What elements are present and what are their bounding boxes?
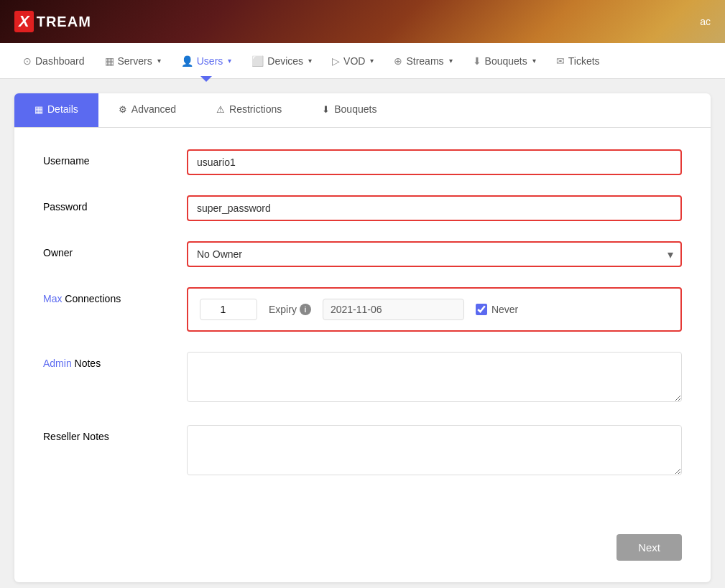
never-checkbox-wrapper: Never	[476, 304, 518, 315]
tab-bouquets-label: Bouquets	[334, 103, 377, 115]
nav-bar: ⊙ Dashboard ▦ Servers ▾ 👤 Users ▾ ⬜ Devi…	[0, 43, 725, 79]
tab-advanced-label: Advanced	[131, 103, 176, 115]
reseller-notes-label: Reseller Notes	[43, 425, 187, 442]
logo-tream-text: TREAM	[37, 14, 91, 30]
advanced-tab-icon: ⚙	[119, 104, 127, 115]
max-connections-box: Expiry i Never	[187, 287, 682, 332]
never-label[interactable]: Never	[491, 304, 518, 315]
owner-select-wrapper: No Owner ▾	[187, 241, 682, 267]
tickets-icon: ✉	[556, 55, 565, 67]
nav-label-devices: Devices	[267, 55, 303, 67]
owner-select[interactable]: No Owner	[187, 241, 682, 267]
tab-restrictions-label: Restrictions	[229, 103, 282, 115]
max-connections-row: Max Connections Expiry i Ne	[43, 287, 682, 332]
chevron-down-icon-vod: ▾	[370, 57, 374, 65]
expiry-label: Expiry i	[269, 304, 311, 315]
restrictions-tab-icon: ⚠	[216, 104, 225, 115]
admin-notes-field	[187, 352, 682, 405]
info-icon: i	[300, 304, 311, 315]
dashboard-icon: ⊙	[23, 55, 32, 67]
servers-icon: ▦	[105, 55, 114, 67]
admin-notes-label: Admin Notes	[43, 352, 187, 369]
next-button[interactable]: Next	[617, 534, 682, 561]
owner-label: Owner	[43, 241, 187, 258]
nav-label-dashboard: Dashboard	[35, 55, 85, 67]
expiry-date-input[interactable]	[323, 299, 464, 320]
nav-label-users: Users	[197, 55, 223, 67]
reseller-notes-row: Reseller Notes	[43, 425, 682, 478]
nav-item-devices[interactable]: ⬜ Devices ▾	[243, 50, 320, 73]
nav-item-dashboard[interactable]: ⊙ Dashboard	[14, 50, 93, 73]
username-row: Username	[43, 149, 682, 175]
nav-label-vod: VOD	[343, 55, 365, 67]
main-content: ▦ Details ⚙ Advanced ⚠ Restrictions ⬇ Bo…	[0, 79, 725, 588]
password-field	[187, 195, 682, 221]
nav-item-vod[interactable]: ▷ VOD ▾	[323, 50, 382, 73]
never-checkbox[interactable]	[476, 304, 487, 315]
header-user: ac	[700, 16, 711, 27]
nav-item-users[interactable]: 👤 Users ▾	[172, 50, 241, 73]
password-row: Password	[43, 195, 682, 221]
nav-item-tickets[interactable]: ✉ Tickets	[548, 50, 609, 73]
tab-restrictions[interactable]: ⚠ Restrictions	[196, 93, 302, 127]
chevron-down-icon-devices: ▾	[308, 57, 312, 65]
password-label: Password	[43, 195, 187, 213]
reseller-notes-textarea[interactable]	[187, 425, 682, 475]
nav-label-streams: Streams	[406, 55, 443, 67]
streams-icon: ⊕	[394, 55, 402, 67]
admin-notes-row: Admin Notes	[43, 352, 682, 405]
username-field	[187, 149, 682, 175]
nav-label-servers: Servers	[118, 55, 152, 67]
form-body: Username Password Owner	[14, 128, 711, 520]
form-card: ▦ Details ⚙ Advanced ⚠ Restrictions ⬇ Bo…	[14, 93, 711, 582]
password-input[interactable]	[187, 195, 682, 221]
devices-icon: ⬜	[251, 55, 264, 67]
max-connections-field: Expiry i Never	[187, 287, 682, 332]
vod-icon: ▷	[332, 55, 340, 67]
chevron-down-icon-bouquets: ▾	[532, 57, 536, 65]
top-header: X TREAM ac	[0, 0, 725, 43]
reseller-notes-field	[187, 425, 682, 478]
bouquets-tab-icon: ⬇	[322, 104, 330, 115]
max-connections-label: Max Connections	[43, 287, 187, 304]
chevron-down-icon-users: ▾	[228, 57, 231, 65]
logo: X TREAM	[14, 11, 91, 32]
chevron-down-icon: ▾	[157, 57, 161, 65]
owner-field: No Owner ▾	[187, 241, 682, 267]
chevron-down-icon-streams: ▾	[449, 57, 453, 65]
admin-notes-textarea[interactable]	[187, 352, 682, 402]
nav-item-bouquets[interactable]: ⬇ Bouquets ▾	[464, 50, 545, 73]
tabs: ▦ Details ⚙ Advanced ⚠ Restrictions ⬇ Bo…	[14, 93, 711, 128]
logo-x-icon: X	[14, 11, 34, 32]
users-icon: 👤	[181, 55, 193, 67]
nav-item-streams[interactable]: ⊕ Streams ▾	[385, 50, 461, 73]
tab-advanced[interactable]: ⚙ Advanced	[98, 93, 196, 127]
form-footer: Next	[14, 520, 711, 582]
nav-label-tickets: Tickets	[568, 55, 600, 67]
tab-details-label: Details	[47, 103, 78, 115]
details-tab-icon: ▦	[34, 104, 43, 115]
bouquets-icon: ⬇	[473, 55, 481, 67]
username-label: Username	[43, 149, 187, 167]
username-input[interactable]	[187, 149, 682, 175]
tab-bouquets[interactable]: ⬇ Bouquets	[302, 93, 397, 127]
nav-label-bouquets: Bouquets	[485, 55, 527, 67]
nav-item-servers[interactable]: ▦ Servers ▾	[96, 50, 170, 73]
owner-row: Owner No Owner ▾	[43, 241, 682, 267]
tab-details[interactable]: ▦ Details	[14, 93, 98, 127]
max-connections-input[interactable]	[200, 299, 257, 320]
